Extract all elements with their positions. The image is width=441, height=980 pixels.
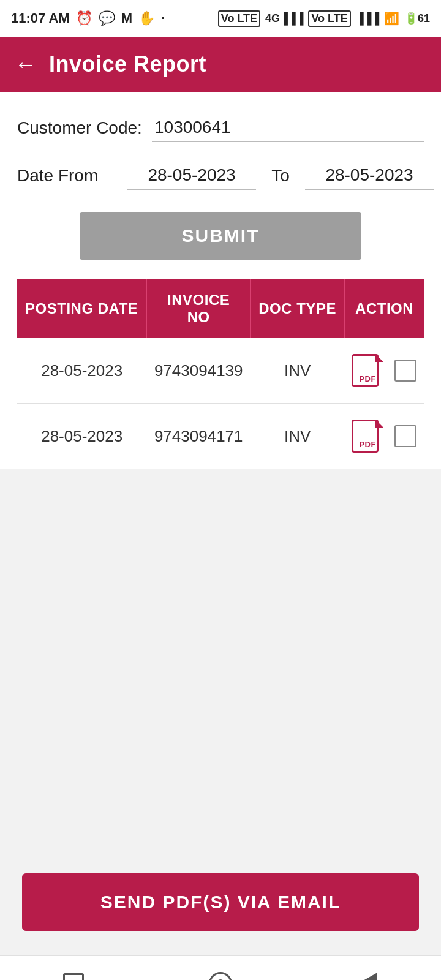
cell-action: PDF	[344, 338, 424, 404]
page-title: Invoice Report	[49, 51, 206, 77]
col-action: ACTION	[344, 279, 424, 338]
volte2-icon: Vo LTE	[308, 10, 350, 27]
battery-icon: 🔋61	[404, 12, 430, 25]
cell-doc-type: INV	[251, 338, 344, 404]
nav-back-button[interactable]	[354, 970, 381, 981]
status-bar-left: 11:07 AM ⏰ 💬 M ✋ ·	[11, 10, 165, 26]
square-icon	[63, 973, 84, 981]
date-from-label: Date From	[17, 166, 127, 186]
dot-icon: ·	[161, 10, 165, 26]
action-cell: PDF	[350, 353, 418, 388]
customer-code-input[interactable]	[152, 114, 424, 142]
customer-code-label: Customer Code:	[17, 118, 152, 138]
cell-action: PDF	[344, 404, 424, 469]
status-bar: 11:07 AM ⏰ 💬 M ✋ · Vo LTE 4G▐▐▐ Vo LTE ▐…	[0, 0, 441, 37]
col-posting-date: POSTING DATE	[17, 279, 146, 338]
content-spacer	[0, 469, 441, 837]
whatsapp-icon: 💬	[99, 10, 115, 26]
pdf-icon-corner	[375, 420, 383, 428]
cell-posting-date: 28-05-2023	[17, 338, 146, 404]
table-body: 28-05-20239743094139INV PDF 28-05-202397…	[17, 338, 424, 469]
back-triangle-icon	[358, 973, 377, 981]
signal-4g-icon: 4G▐▐▐	[265, 12, 303, 25]
cell-invoice-no: 9743094139	[146, 338, 251, 404]
row-checkbox[interactable]	[394, 360, 417, 382]
invoice-table: POSTING DATE INVOICENO DOC TYPE ACTION 2…	[17, 279, 424, 469]
customer-code-row: Customer Code:	[17, 114, 424, 142]
wifi-icon: 📶	[384, 11, 399, 26]
pdf-icon-corner	[375, 354, 383, 362]
row-checkbox[interactable]	[394, 425, 417, 447]
nav-home-button[interactable]	[207, 970, 234, 981]
signal2-icon: ▐▐▐	[356, 12, 379, 25]
nav-square-button[interactable]	[60, 970, 87, 981]
status-bar-right: Vo LTE 4G▐▐▐ Vo LTE ▐▐▐ 📶 🔋61	[218, 10, 430, 27]
circle-icon	[209, 972, 232, 981]
to-label: To	[268, 166, 293, 186]
send-pdf-button[interactable]: SEND PDF(S) VIA EMAIL	[22, 873, 419, 931]
col-invoice-no: INVOICENO	[146, 279, 251, 338]
table-header: POSTING DATE INVOICENO DOC TYPE ACTION	[17, 279, 424, 338]
pdf-icon-label: PDF	[359, 440, 376, 449]
table-row: 28-05-20239743094171INV PDF	[17, 404, 424, 469]
app-bar: ← Invoice Report	[0, 37, 441, 92]
cell-invoice-no: 9743094171	[146, 404, 251, 469]
navigation-bar	[0, 956, 441, 980]
col-doc-type: DOC TYPE	[251, 279, 344, 338]
bottom-section: SEND PDF(S) VIA EMAIL	[0, 837, 441, 956]
hand-icon: ✋	[138, 10, 155, 26]
date-from-input[interactable]	[127, 162, 256, 190]
pdf-icon-label: PDF	[359, 374, 376, 383]
pdf-icon[interactable]: PDF	[352, 418, 383, 454]
table-row: 28-05-20239743094139INV PDF	[17, 338, 424, 404]
back-button[interactable]: ←	[15, 53, 37, 75]
gmail-icon: M	[121, 10, 132, 26]
time-display: 11:07 AM	[11, 10, 70, 26]
cell-posting-date: 28-05-2023	[17, 404, 146, 469]
date-to-input[interactable]	[305, 162, 434, 190]
pdf-icon[interactable]: PDF	[352, 353, 383, 388]
alarm-icon: ⏰	[76, 10, 92, 26]
volte-icon: Vo LTE	[218, 10, 260, 27]
cell-doc-type: INV	[251, 404, 344, 469]
action-cell: PDF	[350, 418, 418, 454]
submit-button[interactable]: SUBMIT	[80, 212, 361, 260]
date-row: Date From To	[17, 162, 424, 190]
main-content: Customer Code: Date From To SUBMIT POSTI…	[0, 92, 441, 469]
